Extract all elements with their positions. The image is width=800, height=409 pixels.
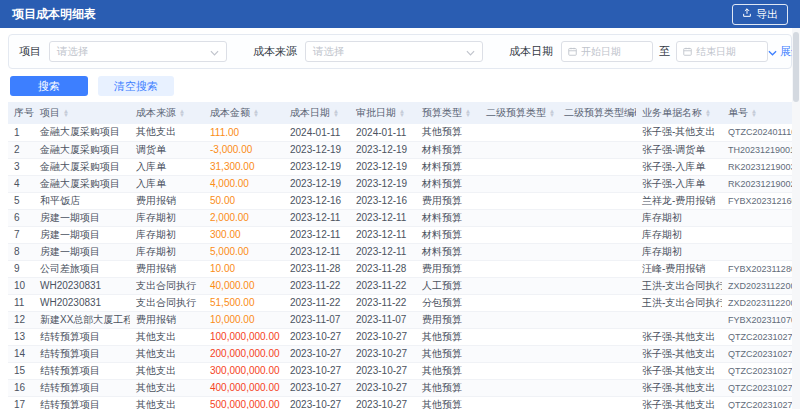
chevron-down-icon — [768, 46, 777, 58]
cell-budget_type2_code — [558, 158, 636, 175]
cell-project: 结转预算项目 — [34, 328, 130, 345]
column-header-source[interactable]: 成本来源▲▼ — [130, 102, 204, 124]
cell-project: 新建XX总部大厦工程二期 — [34, 311, 130, 328]
column-header-budget_type2[interactable]: 二级预算类型▲▼ — [480, 102, 558, 124]
date-end-input[interactable]: 结束日期 — [676, 41, 768, 62]
clear-search-button[interactable]: 清空搜索 — [98, 76, 174, 96]
cell-budget_type2 — [480, 277, 558, 294]
cell-budget_type2 — [480, 260, 558, 277]
table-row[interactable]: 12新建XX总部大厦工程二期费用报销10,000.002023-11-07202… — [8, 311, 792, 328]
cell-cost_date: 2023-11-22 — [284, 277, 350, 294]
table-row[interactable]: 10WH20230831支出合同执行40,000.002023-11-22202… — [8, 277, 792, 294]
cell-budget_type2_code — [558, 362, 636, 379]
date-filter-label: 成本日期 — [509, 44, 553, 59]
cell-budget_type: 其他预算 — [416, 379, 480, 396]
cell-budget_type2 — [480, 192, 558, 209]
cell-project: 金融大厦采购项目 — [34, 141, 130, 158]
cell-approval_date: 2023-11-07 — [350, 311, 416, 328]
vertical-scrollbar[interactable] — [792, 28, 800, 409]
table-row[interactable]: 4金融大厦采购项目入库单4,000.002023-12-192023-12-19… — [8, 175, 792, 192]
table-row[interactable]: 14结转预算项目其他支出200,000,000.002023-10-272023… — [8, 345, 792, 362]
column-header-doc_name[interactable]: 业务单据名称▲▼ — [636, 102, 722, 124]
sort-icon[interactable]: ▲▼ — [399, 109, 405, 117]
search-button[interactable]: 搜索 — [10, 76, 88, 96]
cell-approval_date: 2023-12-16 — [350, 192, 416, 209]
cell-amount: 40,000.00 — [204, 277, 284, 294]
table-row[interactable]: 16结转预算项目其他支出400,000,000.002023-10-272023… — [8, 379, 792, 396]
sort-icon[interactable]: ▲▼ — [549, 109, 555, 117]
sort-icon[interactable]: ▲▼ — [179, 109, 185, 117]
cell-budget_type: 材料预算 — [416, 158, 480, 175]
cell-no: 17 — [8, 396, 34, 409]
column-header-budget_type2_code[interactable]: 二级预算类型编码▲▼ — [558, 102, 636, 124]
column-label: 单号 — [728, 107, 748, 118]
cell-source: 其他支出 — [130, 345, 204, 362]
sort-icon[interactable]: ▲▼ — [705, 109, 711, 117]
project-filter-label: 项目 — [19, 44, 41, 59]
table-row[interactable]: 5和平饭店费用报销50.002023-12-162023-12-16费用预算兰祥… — [8, 192, 792, 209]
column-header-doc_no[interactable]: 单号▲▼ — [722, 102, 792, 124]
cell-approval_date: 2023-11-22 — [350, 277, 416, 294]
table-row[interactable]: 3金融大厦采购项目入库单31,300.002023-12-192023-12-1… — [8, 158, 792, 175]
cell-budget_type: 其他预算 — [416, 124, 480, 141]
table-row[interactable]: 8房建一期项目库存期初5,000.002023-12-112023-12-11材… — [8, 243, 792, 260]
table-row[interactable]: 11WH20230831支出合同执行51,500.002023-11-22202… — [8, 294, 792, 311]
export-button[interactable]: 导出 — [732, 4, 788, 25]
cell-budget_type2 — [480, 158, 558, 175]
table-row[interactable]: 9公司差旅项目费用报销10.002023-11-282023-11-28费用预算… — [8, 260, 792, 277]
column-header-cost_date[interactable]: 成本日期▲▼ — [284, 102, 350, 124]
cell-cost_date: 2023-12-19 — [284, 141, 350, 158]
sort-icon[interactable]: ▲▼ — [333, 109, 339, 117]
sort-icon[interactable]: ▲▼ — [63, 109, 69, 117]
column-header-budget_type[interactable]: 预算类型▲▼ — [416, 102, 480, 124]
cell-project: 房建一期项目 — [34, 209, 130, 226]
cell-cost_date: 2023-10-27 — [284, 328, 350, 345]
project-select[interactable]: 请选择 — [49, 41, 227, 62]
cell-source: 其他支出 — [130, 362, 204, 379]
table-header-row: 序号项目▲▼成本来源▲▼成本金额▲▼成本日期▲▼审批日期▲▼预算类型▲▼二级预算… — [8, 102, 792, 124]
cell-amount: 400,000,000.00 — [204, 379, 284, 396]
cell-project: 结转预算项目 — [34, 396, 130, 409]
cell-amount: 4,000.00 — [204, 175, 284, 192]
cell-approval_date: 2023-10-27 — [350, 328, 416, 345]
date-start-input[interactable]: 开始日期 — [561, 41, 653, 62]
cell-doc_name: 兰祥龙-费用报销 — [636, 192, 722, 209]
cell-approval_date: 2023-12-11 — [350, 243, 416, 260]
cell-source: 库存期初 — [130, 209, 204, 226]
table-row[interactable]: 6房建一期项目库存期初2,000.002023-12-112023-12-11材… — [8, 209, 792, 226]
table-row[interactable]: 13结转预算项目其他支出100,000,000.002023-10-272023… — [8, 328, 792, 345]
cell-cost_date: 2023-12-19 — [284, 158, 350, 175]
table-row[interactable]: 15结转预算项目其他支出300,000,000.002023-10-272023… — [8, 362, 792, 379]
table-row[interactable]: 2金融大厦采购项目调货单-3,000.002023-12-192023-12-1… — [8, 141, 792, 158]
cell-cost_date: 2023-12-19 — [284, 175, 350, 192]
cell-doc_no: FYBX20231216001 — [722, 192, 792, 209]
column-header-amount[interactable]: 成本金额▲▼ — [204, 102, 284, 124]
column-header-project[interactable]: 项目▲▼ — [34, 102, 130, 124]
table-row[interactable]: 17结转预算项目其他支出500,000,000.002023-10-272023… — [8, 396, 792, 409]
sort-icon[interactable]: ▲▼ — [751, 109, 757, 117]
cell-no: 11 — [8, 294, 34, 311]
cell-approval_date: 2023-11-28 — [350, 260, 416, 277]
table-row[interactable]: 1金融大厦采购项目其他支出111.002024-01-112024-01-11其… — [8, 124, 792, 141]
source-select[interactable]: 请选择 — [305, 41, 483, 62]
scrollbar-thumb[interactable] — [793, 32, 799, 102]
cell-cost_date: 2023-10-27 — [284, 362, 350, 379]
cell-doc_name: 张子强-入库单 — [636, 175, 722, 192]
cell-source: 费用报销 — [130, 260, 204, 277]
table-body: 1金融大厦采购项目其他支出111.002024-01-112024-01-11其… — [8, 124, 792, 409]
calendar-icon — [683, 46, 692, 58]
cell-doc_name: 库存期初 — [636, 209, 722, 226]
cell-no: 5 — [8, 192, 34, 209]
sort-icon[interactable]: ▲▼ — [465, 109, 471, 117]
cell-budget_type2 — [480, 209, 558, 226]
column-header-approval_date[interactable]: 审批日期▲▼ — [350, 102, 416, 124]
table-row[interactable]: 7房建一期项目库存期初300.002023-12-112023-12-11材料预… — [8, 226, 792, 243]
cell-amount: 300.00 — [204, 226, 284, 243]
cell-cost_date: 2023-12-16 — [284, 192, 350, 209]
cell-cost_date: 2024-01-11 — [284, 124, 350, 141]
cell-doc_name: 王洪-支出合同执行 — [636, 294, 722, 311]
cell-approval_date: 2023-10-27 — [350, 345, 416, 362]
cost-detail-table: 序号项目▲▼成本来源▲▼成本金额▲▼成本日期▲▼审批日期▲▼预算类型▲▼二级预算… — [8, 102, 792, 409]
sort-icon[interactable]: ▲▼ — [253, 109, 259, 117]
column-label: 成本日期 — [290, 107, 330, 118]
